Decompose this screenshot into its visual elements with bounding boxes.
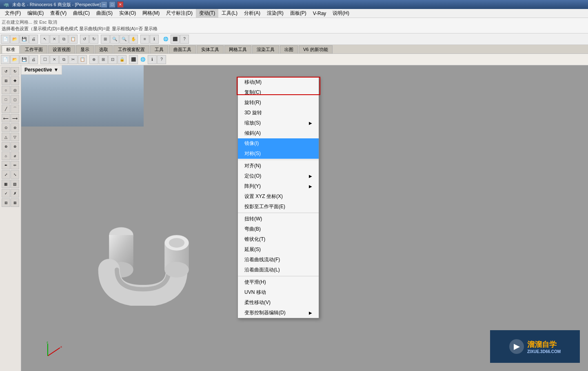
menu-transform[interactable]: 变动(T) bbox=[196, 9, 218, 18]
left-tool-29[interactable]: ⊞ bbox=[2, 198, 10, 207]
tab-workplane[interactable]: 工作平面 bbox=[20, 45, 47, 53]
tab-tools[interactable]: 工具 bbox=[150, 45, 168, 53]
left-tool-8[interactable]: ◻ bbox=[11, 95, 19, 104]
left-tool-19[interactable]: ⌂ bbox=[2, 151, 10, 160]
delete-button[interactable]: ✕ bbox=[50, 35, 59, 44]
menu-surface[interactable]: 曲面(S) bbox=[93, 9, 116, 18]
pan-button[interactable]: ✋ bbox=[129, 35, 138, 44]
undo-button[interactable]: ↺ bbox=[80, 35, 89, 44]
redo-button[interactable]: ↻ bbox=[89, 35, 98, 44]
cm-flowcurve[interactable]: 沿着曲线流动(F) bbox=[238, 255, 319, 265]
viewport-dropdown-icon[interactable]: ▼ bbox=[53, 67, 58, 73]
cm-uvn[interactable]: UVN 移动 bbox=[238, 287, 319, 298]
menu-curve[interactable]: 曲线(C) bbox=[70, 9, 93, 18]
left-tool-1[interactable]: ↺ bbox=[2, 67, 10, 76]
left-tool-30[interactable]: ⊠ bbox=[11, 198, 19, 207]
viewport[interactable]: Perspective ▼ x z ▶ 溜溜自学 ZIXUE.3D66.COM bbox=[21, 65, 588, 371]
layer-button[interactable]: ≡ bbox=[140, 35, 149, 44]
menu-dimension[interactable]: 尺寸标注(D) bbox=[163, 9, 196, 18]
tab-surface-tools[interactable]: 曲面工具 bbox=[169, 45, 196, 53]
tab-select[interactable]: 选取 bbox=[95, 45, 113, 53]
help2-btn[interactable]: ? bbox=[157, 55, 166, 64]
menu-help[interactable]: 说明(H) bbox=[329, 9, 353, 18]
left-tool-14[interactable]: ⊚ bbox=[11, 123, 19, 132]
open-file-btn[interactable]: 📂 bbox=[10, 55, 19, 64]
cm-array[interactable]: 阵列(Y)▶ bbox=[238, 181, 319, 191]
close-button[interactable]: ✕ bbox=[117, 1, 124, 8]
left-tool-11[interactable]: ⟵ bbox=[2, 114, 10, 122]
tab-solid-tools[interactable]: 实体工具 bbox=[197, 45, 224, 53]
left-tool-24[interactable]: ⤡ bbox=[11, 170, 19, 179]
cm-deform[interactable]: 变形控制器编辑(D)▶ bbox=[238, 308, 319, 318]
left-tool-16[interactable]: ▽ bbox=[11, 133, 19, 141]
zoom-ext-button[interactable]: ⊞ bbox=[101, 35, 110, 44]
cm-smooth[interactable]: 使平滑(H) bbox=[238, 277, 319, 287]
left-tool-18[interactable]: ⊗ bbox=[11, 142, 19, 151]
new-button[interactable]: 📄 bbox=[1, 35, 10, 44]
ortho-btn[interactable]: ⊡ bbox=[108, 55, 117, 64]
cm-taper[interactable]: 锥状化(T) bbox=[238, 234, 319, 244]
tab-display[interactable]: 显示 bbox=[76, 45, 94, 53]
left-tool-22[interactable]: ✏ bbox=[11, 161, 19, 169]
left-tool-28[interactable]: ✗ bbox=[11, 189, 19, 198]
print-btn[interactable]: 🖨 bbox=[29, 55, 38, 64]
cm-scale[interactable]: 缩放(S)▶ bbox=[238, 118, 319, 128]
cm-flowsurf[interactable]: 沿着曲面流动(L) bbox=[238, 265, 319, 275]
maximize-button[interactable]: □ bbox=[109, 1, 115, 8]
cm-mirror[interactable]: 镜像(I) bbox=[238, 138, 319, 149]
print-button[interactable]: 🖨 bbox=[29, 35, 38, 44]
tab-render-tools[interactable]: 渲染工具 bbox=[252, 45, 279, 53]
snap-btn[interactable]: ⊕ bbox=[89, 55, 98, 64]
menu-mesh[interactable]: 网格(M) bbox=[139, 9, 163, 18]
tab-drawing[interactable]: 出图 bbox=[280, 45, 298, 53]
left-tool-20[interactable]: ⌀ bbox=[11, 151, 19, 160]
menu-tools[interactable]: 工具(L) bbox=[218, 9, 241, 18]
menu-render[interactable]: 渲染(R) bbox=[264, 9, 287, 18]
cm-soft[interactable]: 柔性移动(V) bbox=[238, 298, 319, 308]
left-tool-7[interactable]: □ bbox=[2, 95, 10, 104]
menu-panel[interactable]: 面板(P) bbox=[287, 9, 310, 18]
left-tool-23[interactable]: ⤢ bbox=[2, 170, 10, 179]
save-button[interactable]: 💾 bbox=[20, 35, 29, 44]
left-tool-21[interactable]: ✒ bbox=[2, 161, 10, 169]
cm-shear[interactable]: 倾斜(A) bbox=[238, 128, 319, 138]
save-file-btn[interactable]: 💾 bbox=[20, 55, 29, 64]
cm-rotate[interactable]: 旋转(R) bbox=[238, 98, 319, 108]
cm-align[interactable]: 对齐(N) bbox=[238, 161, 319, 171]
lock-btn[interactable]: 🔒 bbox=[118, 55, 126, 64]
render-mode-btn[interactable]: ⬛ bbox=[129, 55, 138, 64]
cm-project[interactable]: 投影至工作平面(E) bbox=[238, 202, 319, 212]
left-tool-15[interactable]: △ bbox=[2, 133, 10, 141]
left-tool-25[interactable]: ▦ bbox=[2, 180, 10, 188]
sel-all-btn[interactable]: ☐ bbox=[40, 55, 49, 64]
left-tool-4[interactable]: ✚ bbox=[11, 76, 19, 85]
cut-btn[interactable]: ✂ bbox=[69, 55, 78, 64]
grid-btn[interactable]: ⊞ bbox=[99, 55, 108, 64]
menu-view[interactable]: 查看(V) bbox=[47, 9, 70, 18]
left-tool-17[interactable]: ⊕ bbox=[2, 142, 10, 151]
copy-btn[interactable]: ⧉ bbox=[59, 55, 68, 64]
help-button[interactable]: ? bbox=[180, 35, 189, 44]
menu-analyze[interactable]: 分析(A) bbox=[241, 9, 264, 18]
open-button[interactable]: 📂 bbox=[10, 35, 19, 44]
cm-stretch[interactable]: 延展(S) bbox=[238, 244, 319, 255]
cm-setxyz[interactable]: 设置 XYZ 坐标(X) bbox=[238, 191, 319, 202]
left-tool-13[interactable]: ⊙ bbox=[2, 123, 10, 132]
left-tool-2[interactable]: ↻ bbox=[11, 67, 19, 76]
tab-viewport[interactable]: 工作视窗配置 bbox=[113, 45, 149, 53]
left-tool-10[interactable]: ⌒ bbox=[11, 104, 19, 113]
props-button[interactable]: ℹ bbox=[150, 35, 159, 44]
cm-bend[interactable]: 弯曲(B) bbox=[238, 224, 319, 234]
cm-orient[interactable]: 定位(O)▶ bbox=[238, 171, 319, 181]
render-button[interactable]: ⬛ bbox=[171, 35, 180, 44]
menu-file[interactable]: 文件(F) bbox=[2, 9, 24, 18]
zoom-out-button[interactable]: 🔍 bbox=[120, 35, 129, 44]
tab-v6[interactable]: V6 的新功能 bbox=[299, 45, 333, 53]
left-tool-6[interactable]: ◎ bbox=[11, 86, 19, 94]
cm-move[interactable]: 移动(M) bbox=[238, 77, 319, 87]
zoom-in-button[interactable]: 🔍 bbox=[110, 35, 119, 44]
left-tool-9[interactable]: ╱ bbox=[2, 104, 10, 113]
tab-setview[interactable]: 设置视图 bbox=[48, 45, 75, 53]
tab-mesh-tools[interactable]: 网格工具 bbox=[224, 45, 251, 53]
left-tool-3[interactable]: ⊞ bbox=[2, 76, 10, 85]
